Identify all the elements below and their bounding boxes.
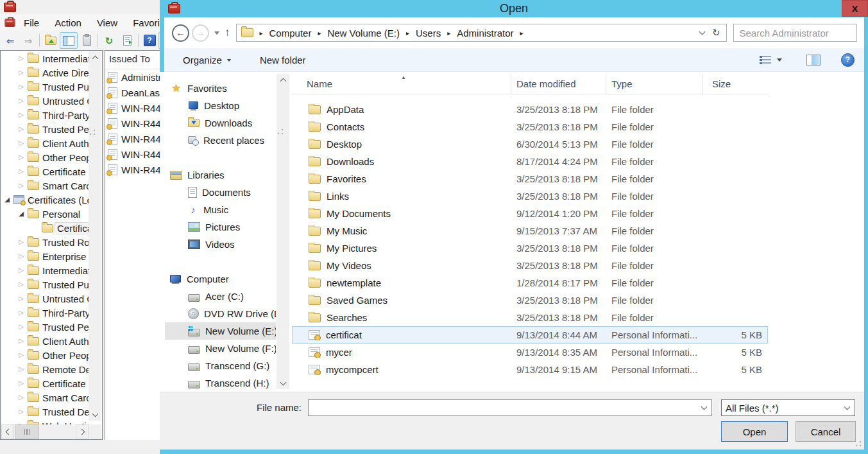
tree-collapsed-icon[interactable]: ▷ [17,69,25,76]
tree-collapsed-icon[interactable]: ▷ [17,55,25,62]
tree-item[interactable]: ▷Untrusted C [1,292,102,306]
show-console-tree-button[interactable] [60,32,78,49]
nav-item-pictures[interactable]: Pictures [165,218,276,236]
tree-item[interactable]: ▷Other Peop [1,150,102,164]
change-view-icon[interactable] [760,56,771,64]
file-row[interactable]: Saved Games3/25/2013 8:18 PMFile folder [292,292,768,309]
column-header-date-modified[interactable]: Date modified [511,74,606,94]
file-name-input[interactable] [309,403,702,414]
tree-collapsed-icon[interactable]: ▷ [17,140,25,146]
tree-collapsed-icon[interactable]: ▷ [17,253,25,259]
menu-view[interactable]: View [89,16,125,30]
breadcrumb-item[interactable]: Administrator [457,28,513,39]
nav-item-downloads[interactable]: Downloads [165,114,276,132]
forward-button[interactable]: ⇒ [19,32,37,49]
nav-item-new-volume-e-[interactable]: New Volume (E:) [165,322,276,340]
open-button[interactable]: Open [721,421,788,442]
chevron-down-icon[interactable] [701,403,708,410]
scroll-left-button[interactable] [1,424,14,439]
certificate-list-item[interactable]: WIN-R440 [105,162,160,177]
tree-item[interactable]: ▷Smart Card [1,179,102,193]
tree-vertical-scrollbar[interactable] [89,51,101,421]
nav-item-videos[interactable]: Videos [165,236,276,253]
nav-item-documents[interactable]: Documents [165,184,276,201]
tree-collapsed-icon[interactable]: ▷ [17,394,25,401]
cancel-button[interactable]: Cancel [796,421,856,442]
tree-collapsed-icon[interactable]: ▷ [17,98,25,104]
tree-item[interactable]: ▷Client Auth [1,334,102,348]
resize-grip-icon[interactable] [855,441,862,447]
nav-section-libraries[interactable]: Libraries [165,166,276,184]
nav-item-transcend-g-[interactable]: Transcend (G:) [165,357,276,374]
tree-item[interactable]: ▷Smart Card [1,390,102,405]
help-button[interactable] [140,32,158,49]
file-name-combo[interactable] [308,399,712,416]
scrollbar-thumb[interactable] [277,128,284,292]
back-button[interactable]: ← [172,24,189,42]
nav-item-dvd-rw-drive-d[interactable]: DVD RW Drive (D [165,305,276,322]
organize-button[interactable]: Organize [183,55,232,65]
file-row[interactable]: mycompcert9/13/2014 9:15 AMPersonal Info… [292,361,768,378]
preview-pane-icon[interactable] [806,55,821,65]
tree-item[interactable]: ▷Trusted Pub [1,80,102,94]
dialog-titlebar[interactable]: Open X [160,0,868,17]
tree-collapsed-icon[interactable]: ▷ [17,112,25,118]
tree-item[interactable]: ▷Trusted Dev [1,405,102,419]
tree-item[interactable]: ◢Certificates (Lo [1,193,102,207]
tree-collapsed-icon[interactable]: ▷ [17,408,25,415]
tree-item[interactable]: ▷Trusted Peo [1,122,102,136]
back-button[interactable]: ⇐ [1,32,19,49]
file-row[interactable]: Desktop6/30/2014 5:13 PMFile folder [292,135,768,153]
up-folder-button[interactable] [42,32,60,49]
new-folder-button[interactable]: New folder [260,55,306,65]
tree-item[interactable]: ▷Trusted Peo [1,320,102,334]
tree-collapsed-icon[interactable]: ▷ [17,182,25,189]
column-header-type[interactable]: Type [606,74,702,94]
tree-item[interactable]: ▷Third-Party [1,108,102,122]
tree-collapsed-icon[interactable]: ▷ [17,267,25,274]
breadcrumb-item[interactable]: Users [416,28,441,39]
nav-item-transcend-h-[interactable]: Transcend (H:) [165,374,276,392]
refresh-icon[interactable]: ↻ [712,27,720,39]
certificate-list-item[interactable]: WIN-R440 [105,116,160,131]
nav-section-favorites[interactable]: Favorites [165,80,276,97]
export-list-button[interactable] [118,32,136,49]
certificate-list-item[interactable]: DeanLash [105,85,160,100]
nav-item-new-volume-f-[interactable]: New Volume (F:) [165,340,276,357]
menu-action[interactable]: Action [47,16,89,30]
scrollbar-thumb[interactable] [15,424,39,439]
nav-item-desktop[interactable]: Desktop [165,97,276,114]
certificate-list-item[interactable]: WIN-R440 [105,100,160,116]
tree-item[interactable]: ▷Third-Party [1,306,102,320]
certificate-list-item[interactable]: WIN-R440 [105,146,160,162]
file-row[interactable]: Favorites3/25/2013 8:18 PMFile folder [292,170,768,188]
nav-item-acer-c-[interactable]: Acer (C:) [165,288,276,305]
recent-locations-caret-icon[interactable] [214,31,219,37]
scroll-down-button[interactable] [89,408,101,421]
nav-item-recent-places[interactable]: Recent places [165,132,276,149]
file-row[interactable]: mycer9/13/2014 8:35 AMPersonal Informati… [292,344,768,361]
tree-item[interactable]: ▷Certificate [1,164,102,179]
close-button[interactable]: X [842,0,868,17]
file-row[interactable]: Downloads8/17/2014 4:24 PMFile folder [292,153,768,170]
tree-collapsed-icon[interactable]: ▷ [17,366,25,372]
tree-item[interactable]: ▷Certificate [1,376,102,390]
search-input[interactable] [734,28,867,39]
properties-button[interactable] [78,32,96,49]
tree-expanded-icon[interactable]: ◢ [3,196,11,203]
file-row[interactable]: Contacts3/25/2013 8:18 PMFile folder [292,118,768,135]
refresh-button[interactable]: ↻ [100,32,118,49]
scrollbar-thumb[interactable] [89,129,96,407]
tree-item[interactable]: ▷Trusted Pub [1,277,102,292]
tree-collapsed-icon[interactable]: ▷ [17,83,25,90]
tree-collapsed-icon[interactable]: ▷ [17,239,25,245]
issued-to-column-header[interactable]: Issued To [109,53,150,64]
tree-collapsed-icon[interactable]: ▷ [17,281,25,288]
nav-scrollbar[interactable] [277,74,289,389]
tree-item[interactable]: Certifica [1,221,102,235]
tree-horizontal-scrollbar[interactable] [1,424,101,439]
column-header-size[interactable]: Size [702,74,768,94]
file-row[interactable]: My Pictures3/25/2013 8:18 PMFile folder [292,240,768,257]
nav-item-music[interactable]: Music [165,201,276,218]
tree-collapsed-icon[interactable]: ▷ [17,295,25,302]
